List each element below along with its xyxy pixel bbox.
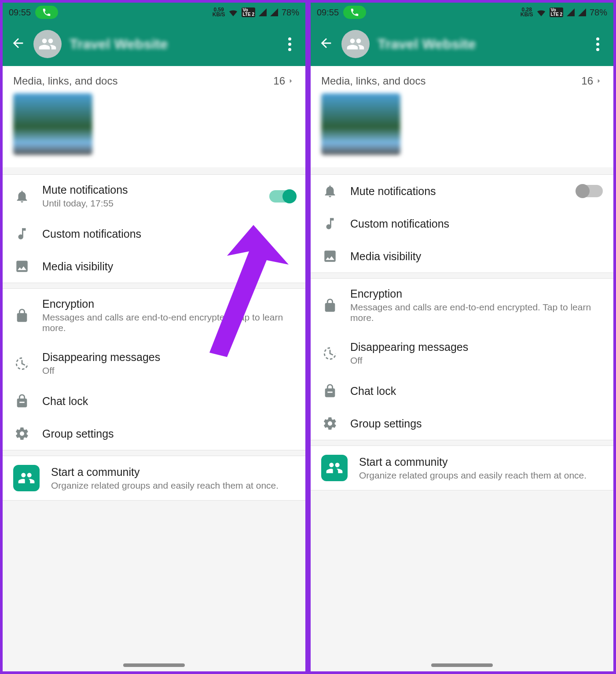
group-icon [346,35,365,53]
android-nav-bar[interactable] [431,663,493,667]
network-speed: 0.59KB/S [213,7,225,17]
chat-lock-row[interactable]: Chat lock [3,385,305,417]
start-community-row[interactable]: Start a community Organize related group… [3,456,305,500]
media-count: 16 [581,75,603,87]
notification-section: Mute notifications Custom notifications … [311,174,613,273]
signal-icon-2 [270,8,278,16]
disappearing-messages-row[interactable]: Disappearing messages Off [311,332,613,375]
group-settings-row[interactable]: Group settings [311,407,613,440]
music-note-icon [13,226,31,241]
mute-notifications-row[interactable]: Mute notifications Until today, 17:55 [3,175,305,217]
encryption-subtitle: Messages and calls are end-to-end encryp… [350,302,603,323]
battery-percent: 78% [590,7,607,18]
network-speed: 0.28KB/S [521,7,533,17]
media-links-docs-row[interactable]: Media, links, and docs 16 [311,66,613,93]
settings-content: Media, links, and docs 16 Mute notificat… [3,66,305,671]
gear-icon [13,426,31,441]
media-links-docs-row[interactable]: Media, links, and docs 16 [3,66,305,93]
settings-content: Media, links, and docs 16 Mute notificat… [311,66,613,671]
back-button[interactable] [11,36,26,52]
lock-icon [13,308,31,323]
status-time: 09:55 [317,7,339,18]
chat-lock-row[interactable]: Chat lock [311,375,613,407]
lock-icon [321,298,339,313]
chevron-right-icon [287,77,295,85]
image-icon [321,249,339,264]
start-community-row[interactable]: Start a community Organize related group… [311,446,613,490]
status-bar: 09:55 0.28KB/S VoLTE 2 78% [311,3,613,22]
lte-badge: VoLTE 2 [550,7,563,17]
encryption-row[interactable]: Encryption Messages and calls are end-to… [311,279,613,332]
community-section: Start a community Organize related group… [3,456,305,501]
app-header: Travel Website [3,22,305,66]
media-thumbnail[interactable] [13,93,92,155]
mute-title: Mute notifications [350,185,566,198]
community-subtitle: Organize related groups and easily reach… [51,480,295,491]
bell-icon [13,189,31,204]
arrow-left-icon [319,36,334,51]
svg-marker-0 [209,225,289,357]
group-icon [38,35,57,53]
media-label: Media, links, and docs [13,75,117,87]
mute-subtitle: Until today, 17:55 [42,198,258,209]
annotation-arrow [196,225,297,361]
community-title: Start a community [51,466,295,479]
custom-notifications-row[interactable]: Custom notifications [311,207,613,240]
call-indicator-pill[interactable] [35,6,58,19]
wifi-icon [536,8,546,16]
mute-toggle[interactable] [577,185,603,197]
music-note-icon [321,216,339,231]
arrow-left-icon [11,36,26,51]
mute-title: Mute notifications [42,184,258,196]
status-time: 09:55 [9,7,31,18]
lte-badge: VoLTE 2 [242,7,255,17]
header-title[interactable]: Travel Website [378,36,582,52]
media-thumbnails[interactable] [311,93,613,167]
community-section: Start a community Organize related group… [311,446,613,490]
encryption-title: Encryption [350,287,603,300]
phone-right: 09:55 0.28KB/S VoLTE 2 78% Travel Websit… [308,0,616,674]
media-vis-label: Media visibility [350,250,603,263]
group-settings-row[interactable]: Group settings [3,417,305,450]
disappearing-title: Disappearing messages [350,341,603,354]
status-bar: 09:55 0.59KB/S VoLTE 2 78% [3,3,305,22]
security-section: Encryption Messages and calls are end-to… [311,278,613,440]
battery-percent: 78% [282,7,299,18]
call-indicator-pill[interactable] [343,6,366,19]
chat-lock-label: Chat lock [42,395,295,408]
bell-icon [321,184,339,199]
media-label: Media, links, and docs [321,75,425,87]
disappearing-subtitle: Off [350,355,603,366]
mute-notifications-row[interactable]: Mute notifications [311,175,613,207]
timer-icon [321,346,339,361]
more-options-button[interactable] [590,36,605,52]
chat-lock-icon [13,394,31,409]
group-avatar[interactable] [33,30,62,58]
signal-icon-1 [259,8,267,16]
media-thumbnail[interactable] [321,93,400,155]
header-title[interactable]: Travel Website [70,36,274,52]
media-thumbnails[interactable] [3,93,305,167]
community-icon [321,455,348,481]
back-button[interactable] [319,36,334,52]
chat-lock-label: Chat lock [350,385,603,398]
more-options-button[interactable] [282,36,297,52]
community-subtitle: Organize related groups and easily reach… [359,470,603,481]
community-title: Start a community [359,456,603,468]
group-settings-label: Group settings [350,417,603,430]
gear-icon [321,416,339,431]
media-visibility-row[interactable]: Media visibility [311,240,613,273]
phone-icon [42,7,51,17]
media-count: 16 [273,75,295,87]
timer-icon [13,356,31,371]
mute-toggle[interactable] [269,190,295,203]
group-avatar[interactable] [341,30,370,58]
disappearing-subtitle: Off [42,365,295,376]
signal-icon-1 [567,8,575,16]
phone-icon [350,7,359,17]
chat-lock-icon [321,383,339,398]
android-nav-bar[interactable] [123,663,185,667]
wifi-icon [228,8,238,16]
group-settings-label: Group settings [42,427,295,440]
chevron-right-icon [595,77,603,85]
